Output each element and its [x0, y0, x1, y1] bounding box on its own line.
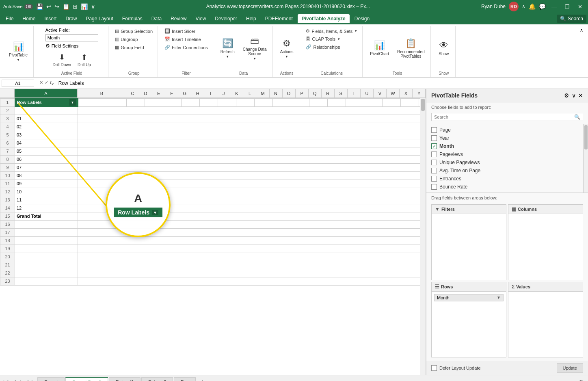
cell-b2-span[interactable] [78, 106, 420, 115]
field-checkbox-month[interactable]: ✓ [431, 143, 437, 149]
pivot-search-input[interactable] [434, 115, 574, 119]
active-field-input[interactable] [45, 34, 98, 41]
row-num-20[interactable]: 20 [0, 253, 15, 261]
cell-h1[interactable] [218, 98, 236, 106]
row-num-19[interactable]: 19 [0, 245, 15, 253]
grid-icon[interactable]: ⊞ [73, 3, 78, 10]
field-checkbox-bounce-rate[interactable] [431, 184, 437, 190]
chat-icon[interactable]: 💬 [539, 3, 546, 10]
menu-design[interactable]: Design [350, 14, 374, 23]
search-box[interactable]: 🔍 Search [557, 15, 586, 23]
cell-a8[interactable]: 06 [15, 155, 78, 163]
function-icon[interactable]: fx [50, 80, 54, 86]
field-checkbox-year[interactable] [431, 135, 437, 141]
refresh-btn[interactable]: 🔄 Refresh ▼ [218, 37, 237, 60]
col-header-a[interactable]: A [15, 89, 78, 97]
menu-data[interactable]: Data [147, 14, 166, 23]
cell-i1[interactable] [236, 98, 255, 106]
redo-icon[interactable]: ↪ [54, 3, 59, 10]
filters-content[interactable] [432, 214, 506, 280]
cell-a9[interactable]: 07 [15, 163, 78, 171]
cell-e1[interactable] [163, 98, 182, 106]
cell-f1[interactable] [182, 98, 200, 106]
field-list-scrollthumb[interactable] [584, 125, 588, 149]
field-item-year[interactable]: Year [431, 134, 583, 142]
col-header-d[interactable]: D [139, 89, 152, 97]
tab-nav-prev[interactable]: ◀ [11, 378, 17, 381]
row-num-10[interactable]: 10 [0, 171, 15, 180]
menu-formulas[interactable]: Formulas [118, 14, 147, 23]
menu-home[interactable]: Home [18, 14, 39, 23]
cell-l1[interactable] [291, 98, 309, 106]
cell-a10[interactable]: 08 [15, 171, 78, 180]
sheet-tab-report-page2[interactable]: Report Page2 [65, 377, 108, 381]
col-header-u[interactable]: U [361, 89, 374, 97]
undo-icon[interactable]: ↩ [46, 3, 51, 10]
menu-insert[interactable]: Insert [40, 14, 61, 23]
row-labels-dropdown[interactable]: ▼ [69, 99, 76, 106]
cell-n1[interactable] [328, 98, 346, 106]
chart-icon[interactable]: 📊 [81, 3, 88, 10]
row-num-23[interactable]: 23 [0, 277, 15, 285]
add-sheet-btn[interactable]: + [198, 377, 207, 381]
menu-review[interactable]: Review [166, 14, 190, 23]
field-item-page[interactable]: Page [431, 126, 583, 134]
col-header-b[interactable]: B [78, 89, 126, 97]
cell-a3[interactable]: 01 [15, 115, 78, 123]
row-num-7[interactable]: 7 [0, 147, 15, 155]
col-header-s[interactable]: S [335, 89, 348, 97]
save-icon[interactable]: 💾 [36, 3, 43, 10]
col-header-o[interactable]: O [283, 89, 296, 97]
cell-a15[interactable]: Grand Total [15, 212, 78, 220]
olap-tools-btn[interactable]: 🗄 OLAP Tools ▼ [304, 36, 342, 42]
cell-d1[interactable] [145, 98, 163, 106]
confirm-formula-icon[interactable]: ✓ [45, 80, 48, 86]
col-header-r[interactable]: R [322, 89, 335, 97]
cell-a13[interactable]: 11 [15, 196, 78, 204]
tab-nav-first[interactable]: |◀ [2, 378, 10, 381]
field-item-pageviews[interactable]: Pageviews [431, 150, 583, 158]
actions-btn[interactable]: ⚙ Actions ▼ [278, 37, 296, 60]
insert-slicer-btn[interactable]: 🔲 Insert Slicer [163, 28, 197, 35]
ribbon-collapse-icon[interactable]: ∧ [522, 4, 525, 9]
cell-a14[interactable]: 12 [15, 204, 78, 212]
sheet-tab-dataset2[interactable]: Dataset2 [141, 377, 173, 381]
defer-checkbox[interactable] [431, 365, 437, 371]
tab-nav-next[interactable]: ▶ [18, 378, 25, 381]
sheet-scroll-right[interactable]: ▶ [582, 379, 585, 381]
col-header-j[interactable]: J [217, 89, 230, 97]
pivot-settings-icon[interactable]: ⚙ [564, 92, 569, 99]
close-btn[interactable]: ✕ [575, 3, 585, 11]
cell-g1[interactable] [200, 98, 218, 106]
field-checkbox-page[interactable] [431, 127, 437, 133]
ungroup-btn[interactable]: ▥ Ungroup [113, 36, 139, 43]
row-num-22[interactable]: 22 [0, 269, 15, 277]
row-num-5[interactable]: 5 [0, 131, 15, 139]
recommended-pivottables-btn[interactable]: 📋 RecommendedPivotTables [395, 37, 427, 60]
col-header-f[interactable]: F [165, 89, 178, 97]
field-item-month[interactable]: ✓ Month [431, 142, 583, 150]
cell-a5[interactable]: 03 [15, 131, 78, 139]
col-header-g[interactable]: G [178, 89, 191, 97]
menu-help[interactable]: Help [242, 14, 260, 23]
sheet-tab-dataset1[interactable]: Dataset1 [109, 377, 141, 381]
insert-timeline-btn[interactable]: 📅 Insert Timeline [163, 36, 203, 43]
notifications-icon[interactable]: 🔔 [529, 3, 536, 10]
field-item-avg-time[interactable]: Avg. Time on Page [431, 167, 583, 175]
menu-view[interactable]: View [192, 14, 210, 23]
field-item-entrances[interactable]: Entrances [431, 175, 583, 183]
cell-c1[interactable] [127, 98, 145, 106]
col-header-k[interactable]: K [230, 89, 243, 97]
row-num-3[interactable]: 3 [0, 115, 15, 123]
col-header-x[interactable]: X [400, 89, 413, 97]
grid-scroll[interactable]: 1 Row Labels ▼ [0, 98, 420, 375]
row-num-8[interactable]: 8 [0, 155, 15, 163]
cell-m1[interactable] [309, 98, 328, 106]
row-num-11[interactable]: 11 [0, 180, 15, 188]
autosave-toggle[interactable]: AutoSave Off [3, 4, 33, 9]
field-item-unique-pageviews[interactable]: Unique Pageviews [431, 158, 583, 167]
values-content[interactable] [508, 292, 583, 357]
rows-month-dropdown[interactable]: ▼ [497, 295, 501, 300]
ribbon-collapse-btn[interactable]: ∧ [578, 26, 585, 35]
field-checkbox-unique-pageviews[interactable] [431, 160, 437, 165]
